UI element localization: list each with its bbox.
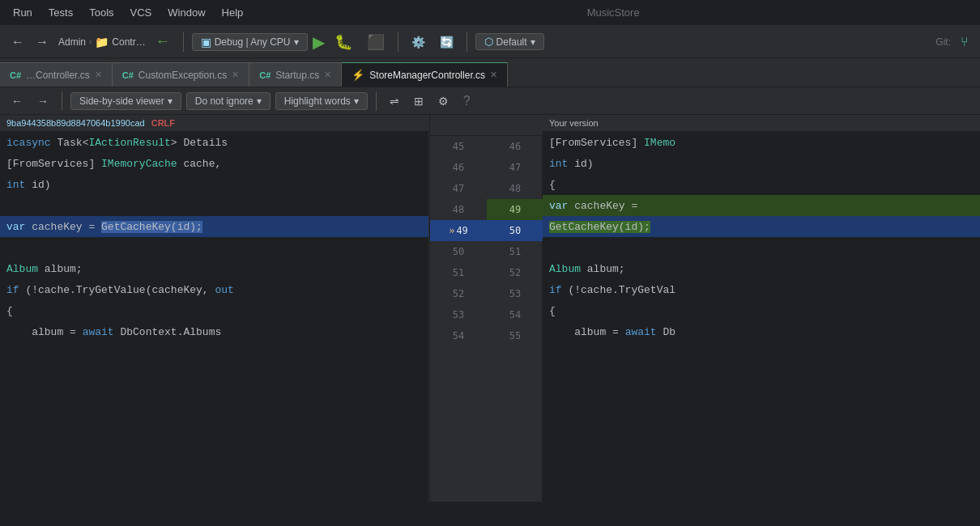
- debug-config-button[interactable]: ▣ Debug | Any CPU ▾: [192, 33, 308, 51]
- line-num-right-8: 54: [487, 304, 543, 325]
- code-line-right-9: album = await Db: [543, 321, 980, 342]
- stop-button[interactable]: ⬛: [362, 30, 390, 54]
- help-button[interactable]: ?: [458, 91, 475, 112]
- settings-button[interactable]: ⚙: [433, 91, 454, 111]
- tab-close-1[interactable]: ✕: [95, 70, 102, 80]
- ignore-mode-label: Do not ignore: [195, 95, 254, 107]
- right-pane-header: Your version: [543, 115, 980, 132]
- line-num-right-7: 53: [487, 283, 543, 304]
- tab-cs-icon-2: C#: [122, 70, 134, 80]
- ignore-mode-button[interactable]: Do not ignore ▾: [186, 92, 271, 110]
- menu-run[interactable]: Run: [6, 3, 39, 22]
- git-label: Git:: [935, 36, 951, 48]
- breadcrumb-contr[interactable]: Contr…: [112, 36, 145, 48]
- code-line-right-4: GetCacheKey(id);: [543, 216, 980, 237]
- viewer-dropdown-icon: ▾: [168, 95, 173, 107]
- tab-label-2: CustomException.cs: [138, 70, 227, 81]
- git-icon-button[interactable]: ⑂: [956, 32, 974, 53]
- code-line-right-1: int id): [543, 153, 980, 174]
- line-num-right-2: 48: [487, 178, 543, 199]
- tab-label-3: Startup.cs: [275, 70, 319, 81]
- profiler-button[interactable]: ⚙️: [407, 32, 430, 52]
- tab-merge-icon: ⚡: [352, 69, 364, 81]
- tab-storemanager[interactable]: ⚡ StoreManagerController.cs ✕: [342, 62, 508, 87]
- tab-cs-icon-1: C#: [10, 70, 21, 80]
- left-pane-header: 9ba944358b89d8847064b1990cad CRLF: [0, 115, 428, 132]
- tabs-bar: C# …Controller.cs ✕ C# CustomException.c…: [0, 58, 980, 87]
- run-button[interactable]: ▶: [313, 32, 325, 52]
- app-title: MusicStore: [253, 6, 974, 19]
- main-toolbar: ← → Admin › 📁 Contr… ← ▣ Debug | Any CPU…: [0, 26, 980, 58]
- code-line-right-8: {: [543, 300, 980, 321]
- code-line-left-2: int id): [0, 174, 428, 195]
- line-num-right-9: 55: [487, 325, 543, 346]
- diff-area: 9ba944358b89d8847064b1990cad CRLF ic asy…: [0, 115, 980, 502]
- debug-dropdown-icon: ▾: [294, 36, 299, 48]
- debug-config-label: Debug | Any CPU: [215, 36, 291, 48]
- line-num-right-5: 51: [487, 241, 543, 262]
- default-label: ⬡: [484, 36, 493, 48]
- line-num-left-9: 54: [430, 325, 487, 346]
- split-view-button[interactable]: ⊞: [409, 91, 428, 111]
- menu-tests[interactable]: Tests: [42, 3, 79, 22]
- highlight-words-label: Highlight words: [284, 95, 351, 107]
- tab-customexception[interactable]: C# CustomException.cs ✕: [113, 62, 249, 87]
- line-num-left-6: 51: [430, 262, 487, 283]
- sep1: [183, 32, 184, 52]
- default-dropdown-icon: ▾: [530, 36, 535, 48]
- code-line-right-7: if (!cache.TryGetVal: [543, 279, 980, 300]
- viewer-mode-button[interactable]: Side-by-side viewer ▾: [70, 92, 181, 110]
- code-line-right-6: Album album;: [543, 258, 980, 279]
- right-pane: Your version [FromServices] IMemo int id…: [543, 115, 980, 502]
- highlight-dropdown-icon: ▾: [354, 95, 359, 107]
- menu-vcs[interactable]: VCS: [124, 3, 159, 22]
- code-line-left-7: if (!cache.TryGetValue(cacheKey, out: [0, 279, 428, 300]
- line-num-right-3: 49: [487, 199, 543, 220]
- code-line-left-4: var cacheKey = GetCacheKey(id);: [0, 216, 428, 237]
- tab-label-4: StoreManagerController.cs: [369, 70, 485, 81]
- line-num-left-7: 52: [430, 283, 487, 304]
- sep2: [398, 32, 398, 52]
- code-line-left-9: album = await DbContext.Albums: [0, 321, 428, 342]
- nav-back-button[interactable]: ←: [6, 32, 29, 53]
- code-line-right-3: var cacheKey =: [543, 195, 980, 216]
- menu-bar: Run Tests Tools VCS Window Help MusicSto…: [0, 0, 980, 26]
- highlight-words-button[interactable]: Highlight words ▾: [275, 92, 368, 110]
- line-num-right-6: 52: [487, 262, 543, 283]
- debug-button[interactable]: 🐛: [330, 30, 357, 54]
- sync-scroll-button[interactable]: ⇌: [385, 91, 404, 111]
- code-line-left-1: [FromServices] IMemoryCache cache,: [0, 153, 428, 174]
- diff-toolbar: ← → Side-by-side viewer ▾ Do not ignore …: [0, 87, 980, 115]
- breadcrumb-sep1: ›: [89, 37, 92, 46]
- menu-tools[interactable]: Tools: [83, 3, 120, 22]
- tab-close-3[interactable]: ✕: [324, 70, 331, 80]
- code-line-right-0: [FromServices] IMemo: [543, 132, 980, 153]
- tab-close-2[interactable]: ✕: [232, 70, 239, 80]
- code-line-right-5: [543, 237, 980, 258]
- sep4: [62, 91, 62, 111]
- line-num-left-8: 53: [430, 304, 487, 325]
- default-config-button[interactable]: ⬡ Default ▾: [475, 33, 544, 50]
- nav-arrows: ← →: [6, 32, 53, 53]
- default-text: Default: [496, 36, 527, 48]
- tab-close-4[interactable]: ✕: [490, 70, 497, 80]
- line-num-left-2: 47: [430, 178, 487, 199]
- tab-controller[interactable]: C# …Controller.cs ✕: [0, 62, 113, 87]
- code-line-left-8: {: [0, 300, 428, 321]
- tab-startup[interactable]: C# Startup.cs ✕: [249, 62, 342, 87]
- menu-window[interactable]: Window: [161, 3, 211, 22]
- commit-hash: 9ba944358b89d8847064b1990cad: [6, 118, 145, 128]
- breadcrumb-admin[interactable]: Admin: [58, 36, 86, 48]
- tab-cs-icon-3: C#: [259, 70, 271, 80]
- line-num-left-4: »49: [430, 220, 487, 241]
- debug-config-icon: ▣: [201, 36, 211, 49]
- back-green-button[interactable]: ←: [151, 30, 175, 53]
- diff-nav-back[interactable]: ←: [6, 91, 28, 111]
- line-numbers: 45 46 47 48 »49 50 51 52 53 54 46 47 48 …: [429, 115, 543, 502]
- nav-forward-button[interactable]: →: [31, 32, 53, 53]
- menu-help[interactable]: Help: [215, 3, 250, 22]
- viewer-mode-label: Side-by-side viewer: [79, 95, 164, 107]
- diff-nav-fwd[interactable]: →: [32, 91, 53, 111]
- settings2-button[interactable]: 🔄: [435, 32, 458, 52]
- line-num-left-5: 50: [430, 241, 487, 262]
